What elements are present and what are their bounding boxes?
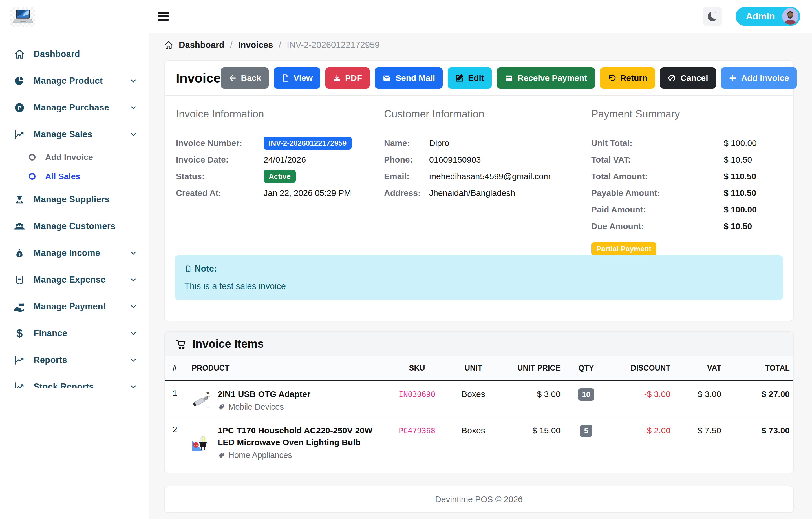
topbar: Admin bbox=[149, 0, 812, 33]
breadcrumb-dashboard[interactable]: Dashboard bbox=[179, 40, 225, 50]
hamburger-menu-icon[interactable] bbox=[157, 10, 169, 22]
field-value: $ 100.00 bbox=[724, 205, 757, 214]
sidebar-subitem-label: All Sales bbox=[45, 172, 80, 181]
product-discount: -$ 3.00 bbox=[607, 380, 675, 417]
field-value: 24/01/2026 bbox=[264, 155, 306, 164]
cancel-button[interactable]: Cancel bbox=[660, 67, 716, 89]
add-invoice-button[interactable]: Add Invoice bbox=[721, 67, 797, 89]
row-index: 2 bbox=[165, 417, 187, 465]
breadcrumb-current: INV-2-20260122172959 bbox=[287, 40, 379, 50]
receipt-icon bbox=[13, 274, 26, 285]
field-value: 01609150903 bbox=[429, 155, 481, 164]
field-label: Created At: bbox=[176, 188, 264, 198]
view-button[interactable]: View bbox=[274, 67, 320, 89]
back-button[interactable]: Back bbox=[221, 67, 269, 89]
product-qty-cell: 10 bbox=[565, 380, 607, 417]
col-qty: QTY bbox=[565, 357, 607, 380]
return-button[interactable]: Return bbox=[600, 67, 655, 89]
field-label: Due Amount: bbox=[591, 221, 724, 231]
tag-icon bbox=[218, 403, 225, 411]
chevron-down-icon bbox=[129, 104, 137, 112]
sidebar-item-finance[interactable]: $ Finance bbox=[0, 320, 149, 346]
breadcrumb-separator: / bbox=[279, 40, 281, 50]
product-unit-price: $ 3.00 bbox=[497, 380, 565, 417]
cart-icon bbox=[175, 338, 187, 350]
col-discount: DISCOUNT bbox=[607, 357, 675, 380]
invoice-info-grid: Invoice Information Invoice Number: INV-… bbox=[165, 96, 793, 255]
customer-email-row: Email: mehedihasan54599@gmail.com bbox=[384, 168, 591, 185]
payable-amount-row: Payable Amount: $ 110.50 bbox=[591, 185, 782, 201]
plus-icon bbox=[729, 74, 737, 82]
sidebar-item-label: Stock Reports bbox=[33, 382, 129, 388]
invoice-information-section: Invoice Information Invoice Number: INV-… bbox=[176, 108, 384, 255]
sidebar-item-manage-customers[interactable]: Manage Customers bbox=[0, 213, 149, 240]
sidebar-item-label: Manage Product bbox=[33, 76, 129, 86]
breadcrumb-separator: / bbox=[230, 40, 233, 50]
field-value: $ 110.50 bbox=[724, 172, 756, 181]
admin-menu-button[interactable]: Admin bbox=[735, 7, 800, 26]
field-value: mehedihasan54599@gmail.com bbox=[429, 172, 551, 181]
chevron-down-icon bbox=[129, 77, 137, 85]
sidebar-item-manage-income[interactable]: $ Manage Income bbox=[0, 240, 149, 266]
sidebar-item-manage-purchase[interactable]: P Manage Purchase bbox=[0, 94, 149, 121]
sidebar-item-stock-reports[interactable]: Stock Reports bbox=[0, 373, 149, 388]
table-row: 2 SALE bbox=[165, 417, 794, 465]
field-label: Status: bbox=[176, 172, 264, 181]
sidebar-item-dashboard[interactable]: Dashboard bbox=[0, 40, 149, 67]
moon-icon bbox=[708, 11, 717, 21]
table-row: 1 bbox=[165, 380, 794, 417]
invoice-toolbar: Back View PDF bbox=[221, 67, 797, 89]
dark-mode-toggle[interactable] bbox=[703, 7, 722, 26]
sidebar-subitem-add-invoice[interactable]: Add Invoice bbox=[0, 148, 149, 167]
sidebar-item-label: Finance bbox=[33, 328, 129, 338]
card-icon bbox=[504, 74, 514, 82]
send-mail-button[interactable]: Send Mail bbox=[375, 67, 443, 89]
add-invoice-label: Add Invoice bbox=[741, 73, 789, 83]
sidebar-subitem-all-sales[interactable]: All Sales bbox=[0, 167, 149, 186]
sidebar-item-manage-product[interactable]: Manage Product bbox=[0, 67, 149, 94]
product-cell: OT ADAP 2 IN 2IN1 USB OTG Adapter bbox=[187, 380, 384, 417]
product-name: 1PC T170 Household AC220-250V 20W LED Mi… bbox=[218, 425, 376, 448]
sidebar-item-manage-suppliers[interactable]: W Manage Suppliers bbox=[0, 186, 149, 213]
svg-text:P: P bbox=[18, 104, 22, 111]
field-label: Paid Amount: bbox=[591, 205, 724, 214]
customer-address-row: Address: Jhenaidah/Bangladesh bbox=[384, 185, 591, 201]
app-logo[interactable] bbox=[10, 7, 35, 27]
receive-payment-button[interactable]: Receive Payment bbox=[497, 67, 595, 89]
field-label: Phone: bbox=[384, 155, 429, 164]
rotate-ccw-icon bbox=[608, 74, 616, 82]
invoice-items-card: Invoice Items # PRODUCT SKU UNIT bbox=[164, 331, 794, 474]
field-label: Name: bbox=[384, 138, 429, 148]
invoice-card-header: Invoice Back View bbox=[165, 61, 793, 95]
col-product: PRODUCT bbox=[187, 357, 384, 380]
field-label: Unit Total: bbox=[591, 138, 724, 148]
total-amount-row: Total Amount: $ 110.50 bbox=[591, 168, 782, 185]
field-value: Jhenaidah/Bangladesh bbox=[429, 188, 515, 198]
pencil-square-icon bbox=[455, 74, 464, 82]
sidebar-item-reports[interactable]: Reports bbox=[0, 346, 149, 373]
page-title: Invoice bbox=[176, 70, 221, 86]
hand-card-icon bbox=[13, 301, 26, 312]
section-title: Payment Summary bbox=[591, 108, 782, 120]
sidebar-item-manage-payment[interactable]: Manage Payment bbox=[0, 293, 149, 320]
field-value: $ 110.50 bbox=[724, 188, 756, 198]
edit-label: Edit bbox=[468, 73, 484, 83]
paid-amount-row: Paid Amount: $ 100.00 bbox=[591, 201, 782, 218]
product-unit: Boxes bbox=[450, 380, 497, 417]
content: Dashboard / Invoices / INV-2-20260122172… bbox=[149, 33, 812, 519]
sidebar-item-manage-expense[interactable]: Manage Expense bbox=[0, 266, 149, 293]
circle-icon bbox=[29, 173, 35, 180]
col-sku: SKU bbox=[384, 357, 450, 380]
product-sku: PC479368 bbox=[384, 417, 450, 465]
product-cell: SALE bbox=[187, 417, 384, 465]
breadcrumb-invoices[interactable]: Invoices bbox=[238, 40, 273, 50]
edit-button[interactable]: Edit bbox=[448, 67, 492, 89]
note-label: Note: bbox=[195, 264, 217, 274]
sidebar-item-manage-sales[interactable]: Manage Sales bbox=[0, 121, 149, 148]
pdf-button[interactable]: PDF bbox=[325, 67, 370, 89]
invoice-items-title: Invoice Items bbox=[192, 338, 264, 350]
product-category: Mobile Devices bbox=[228, 402, 284, 411]
field-label: Total Amount: bbox=[591, 172, 724, 181]
chevron-down-icon bbox=[129, 356, 137, 364]
payment-status-badge: Partial Payment bbox=[591, 242, 656, 255]
